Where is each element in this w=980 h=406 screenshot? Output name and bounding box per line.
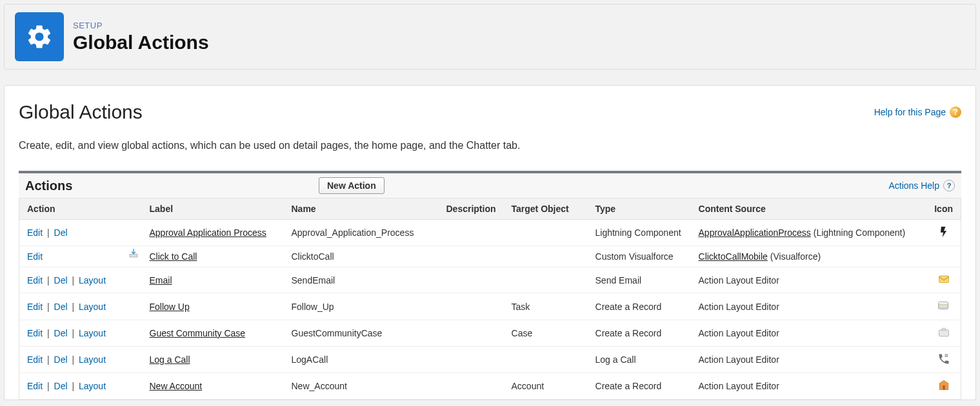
col-description: Description [439,198,504,220]
layout-link[interactable]: Layout [79,302,106,312]
action-target-object [504,347,588,373]
action-content-source: Action Layout Editor [691,267,927,293]
edit-link[interactable]: Edit [27,251,43,262]
action-type: Lightning Component [588,220,691,246]
action-target-object [504,267,588,293]
edit-link[interactable]: Edit [27,354,43,365]
page-description: Create, edit, and view global actions, w… [19,140,961,151]
action-icon [926,246,961,267]
edit-link[interactable]: Edit [27,328,43,338]
action-icon [926,267,961,293]
col-label: Label [142,198,284,220]
action-name: LogACall [284,347,439,373]
account-icon [937,378,951,392]
action-type: Log a Call [588,347,691,373]
action-target-object [504,220,588,246]
action-target-object: Account [504,373,588,400]
del-link[interactable]: Del [54,328,68,338]
action-description [439,320,504,347]
action-content-source: Action Layout Editor [691,293,927,320]
actions-help-link[interactable]: Actions Help ? [888,180,955,191]
action-content-source: Action Layout Editor [691,347,927,373]
action-label-link[interactable]: Log a Call [150,354,190,365]
action-description [439,373,504,400]
edit-link[interactable]: Edit [27,302,43,312]
case-icon [937,325,951,340]
svg-rect-0 [130,255,137,258]
edit-link[interactable]: Edit [27,227,43,238]
content-source-link[interactable]: ClicktoCallMobile [699,251,768,262]
edit-link[interactable]: Edit [27,275,43,285]
table-header-row: Action Label Name Description Target Obj… [19,198,961,220]
followup-icon [937,298,951,313]
action-content-source: ClicktoCallMobile (Visualforce) [691,246,927,267]
action-name: Approval_Application_Process [284,220,439,246]
table-row: Edit | Del | LayoutFollow UpFollow_UpTas… [19,293,961,320]
col-content-source: Content Source [691,198,927,220]
col-name: Name [284,198,439,220]
email-icon [937,273,951,287]
table-row: EditClick to CallClicktoCallCustom Visua… [19,246,961,267]
actions-help-label: Actions Help [888,180,939,191]
header-title: Global Actions [73,32,209,53]
del-link[interactable]: Del [54,381,68,391]
help-for-page-link[interactable]: Help for this Page ? [874,106,961,118]
action-type: Send Email [588,267,691,293]
action-description [439,347,504,373]
del-link[interactable]: Del [54,275,68,285]
action-label-link[interactable]: Click to Call [150,251,197,262]
layout-link[interactable]: Layout [79,275,106,285]
action-name: New_Account [284,373,439,400]
action-name: GuestCommunityCase [284,320,439,347]
layout-link[interactable]: Layout [79,328,106,338]
action-icon [926,347,961,373]
col-target-object: Target Object [504,198,588,220]
col-type: Type [588,198,691,220]
svg-rect-6 [939,330,948,336]
new-action-button[interactable]: New Action [319,177,385,194]
action-name: SendEmail [284,267,439,293]
actions-table-wrap: Actions New Action Actions Help ? Action… [19,171,961,400]
action-icon [926,293,961,320]
action-label-link[interactable]: Guest Community Case [150,328,246,338]
action-content-source: Action Layout Editor [691,373,927,400]
action-target-object: Task [504,293,588,320]
edit-link[interactable]: Edit [27,381,43,391]
layout-link[interactable]: Layout [79,381,106,391]
action-description [439,293,504,320]
action-label-link[interactable]: Email [150,275,172,285]
action-content-source: Action Layout Editor [691,320,927,347]
actions-heading: Actions [25,179,319,193]
action-icon [926,320,961,347]
table-row: Edit | Del | LayoutGuest Community CaseG… [19,320,961,347]
col-action: Action [19,198,142,220]
action-type: Create a Record [588,293,691,320]
help-icon: ? [943,180,955,191]
action-target-object: Case [504,320,588,347]
help-link-label: Help for this Page [874,107,946,117]
action-type: Create a Record [588,320,691,347]
svg-rect-7 [942,328,945,330]
action-name: ClicktoCall [284,246,439,267]
call-icon [937,352,951,366]
action-label-link[interactable]: Follow Up [150,302,190,312]
action-description [439,246,504,267]
del-link[interactable]: Del [54,302,68,312]
layout-link[interactable]: Layout [79,354,106,365]
col-icon: Icon [926,198,961,220]
action-content-source: ApprovalApplicationProcess (Lightning Co… [691,220,927,246]
action-label-link[interactable]: New Account [150,381,203,391]
actions-table: Action Label Name Description Target Obj… [19,198,961,400]
download-icon [128,247,139,261]
svg-rect-1 [939,276,948,283]
table-row: Edit | Del | LayoutLog a CallLogACallLog… [19,347,961,373]
content-source-link[interactable]: ApprovalApplicationProcess [699,227,811,238]
del-link[interactable]: Del [54,354,68,365]
action-description [439,267,504,293]
help-icon: ? [950,106,961,118]
page-title: Global Actions [19,101,143,123]
action-type: Create a Record [588,373,691,400]
del-link[interactable]: Del [54,227,68,238]
setup-breadcrumb: SETUP [73,21,209,30]
action-label-link[interactable]: Approval Application Process [150,227,266,238]
